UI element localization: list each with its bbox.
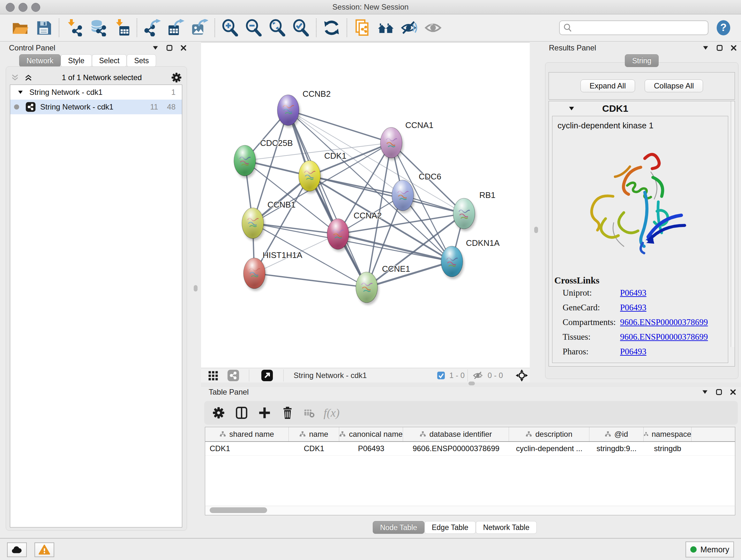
zoom-selected-button[interactable]	[292, 18, 310, 37]
edge-HIST1H1A-CCNE1[interactable]	[254, 273, 367, 287]
memory-button[interactable]: Memory	[685, 542, 734, 557]
export-table-button[interactable]	[166, 18, 185, 37]
collapse-all-button[interactable]: Collapse All	[645, 79, 703, 92]
hidden-indicator[interactable]: 0 - 0	[473, 369, 503, 381]
table-cell[interactable]: stringdb	[644, 442, 691, 455]
column-header-description[interactable]: description	[509, 427, 590, 441]
gene-expander-icon[interactable]	[568, 105, 575, 112]
network-collection-row[interactable]: String Network - cdk1 1	[10, 85, 182, 100]
warnings-button[interactable]	[35, 543, 54, 557]
table-cell[interactable]: CDK1	[205, 442, 289, 455]
gear-icon[interactable]	[171, 72, 182, 83]
birdseye-toggle-button[interactable]	[515, 369, 528, 381]
zoom-out-button[interactable]	[245, 18, 263, 37]
table-cell[interactable]: P06493	[339, 442, 403, 455]
right-splitter-handle[interactable]	[534, 227, 538, 233]
panel-menu-icon[interactable]	[702, 44, 709, 51]
float-panel-icon[interactable]	[716, 44, 723, 51]
node-RB1[interactable]	[453, 198, 476, 231]
edge-CCNB2-RB1[interactable]	[288, 110, 464, 213]
crosslink-link[interactable]: P06493	[620, 347, 647, 356]
node-table[interactable]: shared namenamecanonical namedatabase id…	[205, 427, 735, 506]
float-panel-icon[interactable]	[716, 388, 723, 395]
gene-section-header[interactable]: CDK1	[549, 101, 735, 116]
edge-CCNB2-CCNA1[interactable]	[288, 110, 391, 143]
crosslink-link[interactable]: 9606.ENSP00000378699	[620, 317, 708, 327]
table-hscrollbar[interactable]	[205, 506, 735, 515]
table-options-button[interactable]	[211, 406, 226, 420]
close-panel-icon[interactable]	[180, 44, 187, 51]
crosslink-link[interactable]: P06493	[620, 303, 647, 312]
node-CCNA2[interactable]	[327, 219, 350, 252]
node-CCNE1[interactable]	[356, 272, 379, 305]
table-hscroll-thumb[interactable]	[210, 507, 267, 513]
table-cell[interactable]: cyclin-dependent ...	[509, 442, 590, 455]
search-box[interactable]	[559, 20, 709, 35]
collection-expander-icon[interactable]	[17, 89, 23, 96]
export-image-button[interactable]	[190, 18, 209, 37]
show-columns-button[interactable]	[234, 406, 249, 420]
help-button[interactable]: ?	[716, 20, 731, 36]
export-network-button[interactable]	[143, 18, 161, 37]
table-splitter[interactable]	[201, 382, 741, 387]
first-neighbors-button[interactable]	[377, 18, 395, 37]
tab-sets[interactable]: Sets	[127, 54, 156, 67]
import-table-file-button[interactable]	[112, 18, 131, 37]
column-header-shared-name[interactable]: shared name	[205, 427, 289, 441]
network-row[interactable]: String Network - cdk1 11 48	[10, 100, 182, 114]
open-session-button[interactable]	[11, 18, 29, 37]
expand-all-button[interactable]: Expand All	[581, 79, 635, 92]
tab-string[interactable]: String	[625, 54, 659, 67]
delete-column-button[interactable]	[280, 406, 295, 420]
import-network-file-button[interactable]	[65, 18, 84, 37]
node-CCNB1[interactable]	[242, 208, 265, 241]
column-header-name[interactable]: name	[289, 427, 339, 441]
node-HIST1H1A[interactable]	[244, 258, 266, 291]
tab-network[interactable]: Network	[19, 54, 61, 67]
tab-select[interactable]: Select	[92, 54, 127, 67]
close-panel-icon[interactable]	[730, 44, 737, 51]
left-splitter[interactable]	[190, 42, 201, 538]
hide-selected-button[interactable]	[400, 18, 419, 37]
panel-menu-icon[interactable]	[701, 388, 709, 395]
column-header-namespace[interactable]: namespace	[644, 427, 691, 441]
table-cell[interactable]: stringdb:9...	[590, 442, 644, 455]
column-header--id[interactable]: @id	[590, 427, 644, 441]
gene-scrollbar[interactable]	[731, 101, 735, 347]
import-network-database-button[interactable]	[89, 18, 107, 37]
node-CDKN1A[interactable]	[441, 246, 464, 279]
cloud-button[interactable]	[7, 543, 27, 557]
network-view-mode-button[interactable]	[227, 369, 239, 381]
table-splitter-handle[interactable]	[468, 381, 475, 385]
show-all-button[interactable]	[424, 18, 442, 37]
zoom-in-button[interactable]	[221, 18, 239, 37]
close-panel-icon[interactable]	[730, 388, 737, 395]
tab-edge-table[interactable]: Edge Table	[424, 521, 476, 534]
create-column-button[interactable]	[257, 406, 272, 420]
table-cell[interactable]: CDK1	[289, 442, 339, 455]
clone-network-button[interactable]	[353, 18, 372, 37]
table-cell[interactable]: 9606.ENSP00000378699	[403, 442, 509, 455]
detach-view-button[interactable]	[261, 369, 273, 381]
node-CDC6[interactable]	[392, 180, 415, 213]
search-input[interactable]	[572, 23, 708, 33]
apply-style-refresh-button[interactable]	[322, 18, 341, 37]
expand-all-icon[interactable]	[24, 73, 33, 82]
tab-network-table[interactable]: Network Table	[476, 521, 537, 534]
zoom-fit-button[interactable]	[268, 18, 286, 37]
collapse-all-icon[interactable]	[10, 73, 19, 82]
network-canvas[interactable]: CCNB2CCNA1CDC25BCDK1CDC6RB1CCNB1CCNA2CDK…	[201, 42, 530, 368]
column-header-canonical-name[interactable]: canonical name	[339, 427, 403, 441]
node-CCNB2[interactable]	[277, 95, 300, 128]
left-splitter-handle[interactable]	[194, 285, 198, 292]
selected-indicator[interactable]: 1 - 0	[436, 369, 465, 381]
grid-view-button[interactable]	[207, 369, 219, 381]
tab-style[interactable]: Style	[61, 54, 91, 67]
panel-menu-icon[interactable]	[152, 44, 159, 51]
edge-CCNB2-CCNE1[interactable]	[288, 110, 367, 287]
column-header-database-identifier[interactable]: database identifier	[403, 427, 509, 441]
table-row[interactable]: CDK1CDK1P064939606.ENSP00000378699cyclin…	[205, 442, 735, 455]
right-splitter[interactable]	[530, 42, 542, 387]
crosslink-link[interactable]: P06493	[620, 288, 647, 298]
float-panel-icon[interactable]	[166, 44, 173, 51]
